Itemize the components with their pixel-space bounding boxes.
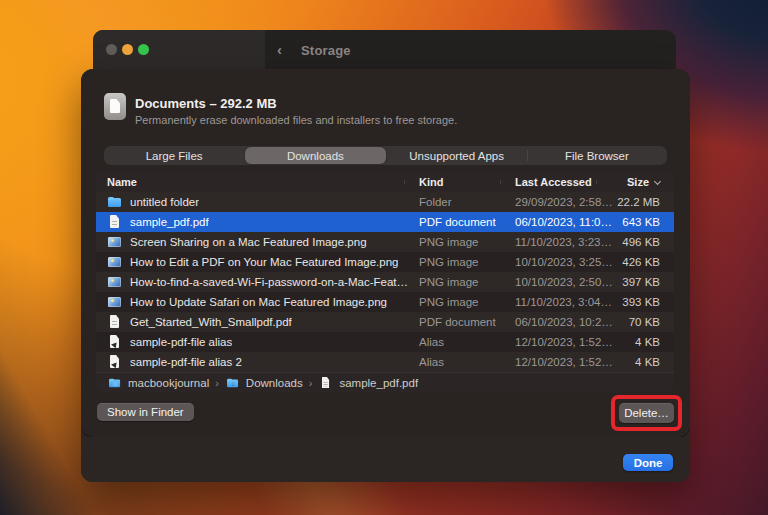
home-glyph: ⌂ bbox=[108, 379, 122, 388]
breadcrumb-separator: › bbox=[215, 377, 219, 389]
delete-button[interactable]: Delete… bbox=[619, 403, 674, 423]
png-file-icon bbox=[107, 274, 123, 290]
home-folder-icon: ⌂ bbox=[108, 376, 122, 390]
tab-bar: Large Files Downloads Unsupported Apps F… bbox=[104, 146, 667, 165]
file-kind: PNG image bbox=[408, 296, 504, 308]
table-row[interactable]: How to Edit a PDF on Your Mac Featured I… bbox=[96, 252, 674, 272]
file-name: How to Edit a PDF on Your Mac Featured I… bbox=[130, 256, 398, 268]
pdf-file-icon bbox=[107, 214, 123, 230]
alias-file-icon bbox=[107, 334, 123, 350]
breadcrumb-label: sample_pdf.pdf bbox=[339, 377, 418, 389]
pdf-file-icon bbox=[320, 376, 334, 390]
file-size: 4 KB bbox=[613, 336, 674, 348]
file-size: 496 KB bbox=[612, 236, 674, 248]
png-file-icon bbox=[107, 294, 123, 310]
table-row[interactable]: untitled folder Folder 29/09/2023, 2:58…… bbox=[96, 192, 674, 212]
file-size: 643 KB bbox=[612, 216, 674, 228]
file-kind: Folder bbox=[408, 196, 504, 208]
file-size: 70 KB bbox=[613, 316, 674, 328]
sheet-main: Documents – 292.2 MB Permanently erase d… bbox=[81, 69, 690, 437]
back-chevron-icon[interactable]: ‹ bbox=[277, 41, 282, 58]
table-row[interactable]: sample-pdf-file alias Alias 12/10/2023, … bbox=[96, 332, 674, 352]
png-file-icon bbox=[107, 254, 123, 270]
column-header-last-accessed[interactable]: Last Accessed bbox=[504, 176, 600, 188]
file-name: Screen Sharing on a Mac Featured Image.p… bbox=[130, 236, 367, 248]
file-last-accessed: 11/10/2023, 3:23… bbox=[504, 236, 612, 248]
file-name: sample-pdf-file alias bbox=[130, 336, 232, 348]
breadcrumb-separator: › bbox=[309, 377, 313, 389]
traffic-lights bbox=[106, 44, 149, 55]
zoom-icon[interactable] bbox=[138, 44, 149, 55]
sheet-title: Documents – 292.2 MB bbox=[135, 96, 277, 111]
file-kind: PNG image bbox=[408, 236, 504, 248]
file-last-accessed: 10/10/2023, 3:25… bbox=[504, 256, 613, 268]
breadcrumb-label: macbookjournal bbox=[128, 377, 209, 389]
file-table: Name Kind Last Accessed Size untitled fo… bbox=[96, 172, 674, 392]
breadcrumb-item-sample-pdf[interactable]: sample_pdf.pdf bbox=[318, 375, 418, 391]
tab-file-browser[interactable]: File Browser bbox=[527, 146, 667, 165]
file-name: sample_pdf.pdf bbox=[130, 216, 209, 228]
minimize-icon[interactable] bbox=[122, 44, 133, 55]
file-name: How to Update Safari on Mac Featured Ima… bbox=[130, 296, 387, 308]
column-header-name[interactable]: Name bbox=[96, 176, 408, 188]
window-titlebar: ‹ Storage bbox=[93, 30, 676, 70]
table-row[interactable]: Get_Started_With_Smallpdf.pdf PDF docume… bbox=[96, 312, 674, 332]
window-title: Storage bbox=[301, 43, 351, 58]
table-header: Name Kind Last Accessed Size bbox=[96, 172, 674, 192]
file-last-accessed: 29/09/2023, 2:58… bbox=[504, 196, 613, 208]
done-button[interactable]: Done bbox=[623, 454, 673, 471]
file-size: 397 KB bbox=[613, 276, 674, 288]
file-kind: Alias bbox=[408, 336, 504, 348]
file-last-accessed: 12/10/2023, 1:52… bbox=[504, 336, 613, 348]
file-kind: PNG image bbox=[408, 256, 504, 268]
column-header-kind[interactable]: Kind bbox=[408, 176, 504, 188]
file-name: sample-pdf-file alias 2 bbox=[130, 356, 242, 368]
file-last-accessed: 10/10/2023, 2:50… bbox=[504, 276, 613, 288]
png-file-icon bbox=[107, 234, 123, 250]
pdf-file-icon bbox=[107, 314, 123, 330]
size-header-label: Size bbox=[627, 176, 649, 188]
table-row[interactable]: sample-pdf-file alias 2 Alias 12/10/2023… bbox=[96, 352, 674, 372]
downloads-folder-icon: ↓ bbox=[226, 376, 240, 390]
table-row[interactable]: Screen Sharing on a Mac Featured Image.p… bbox=[96, 232, 674, 252]
tab-downloads[interactable]: Downloads bbox=[245, 147, 385, 164]
file-size: 22.2 MB bbox=[613, 196, 674, 208]
file-kind: PNG image bbox=[408, 276, 504, 288]
breadcrumb: ⌂ macbookjournal › ↓ Downloads › sample_… bbox=[96, 372, 674, 392]
file-last-accessed: 11/10/2023, 3:04… bbox=[504, 296, 612, 308]
tab-unsupported-apps[interactable]: Unsupported Apps bbox=[387, 146, 527, 165]
alias-file-icon bbox=[107, 354, 123, 370]
file-size: 4 KB bbox=[613, 356, 674, 368]
file-last-accessed: 12/10/2023, 1:52… bbox=[504, 356, 613, 368]
delete-annotation-box: Delete… bbox=[611, 395, 682, 431]
download-arrow-glyph: ↓ bbox=[226, 379, 240, 388]
table-row-selected[interactable]: sample_pdf.pdf PDF document 06/10/2023, … bbox=[96, 212, 674, 232]
file-last-accessed: 06/10/2023, 11:0… bbox=[504, 216, 612, 228]
sheet-footer: Done bbox=[81, 437, 690, 482]
file-name: untitled folder bbox=[130, 196, 199, 208]
breadcrumb-item-macbookjournal[interactable]: ⌂ macbookjournal bbox=[107, 375, 209, 391]
file-size: 426 KB bbox=[613, 256, 674, 268]
show-in-finder-button[interactable]: Show in Finder bbox=[97, 403, 194, 421]
file-kind: PDF document bbox=[408, 216, 504, 228]
table-row[interactable]: How to Update Safari on Mac Featured Ima… bbox=[96, 292, 674, 312]
file-last-accessed: 06/10/2023, 10:2… bbox=[504, 316, 613, 328]
sheet-subtitle: Permanently erase downloaded files and i… bbox=[135, 114, 457, 126]
breadcrumb-label: Downloads bbox=[246, 377, 303, 389]
file-name: Get_Started_With_Smallpdf.pdf bbox=[130, 316, 292, 328]
file-kind: Alias bbox=[408, 356, 504, 368]
file-size: 393 KB bbox=[612, 296, 674, 308]
tab-large-files[interactable]: Large Files bbox=[104, 146, 244, 165]
breadcrumb-item-downloads[interactable]: ↓ Downloads bbox=[225, 375, 303, 391]
file-kind: PDF document bbox=[408, 316, 504, 328]
documents-category-icon bbox=[104, 93, 126, 120]
table-row[interactable]: How-to-find-a-saved-Wi-Fi-password-on-a-… bbox=[96, 272, 674, 292]
close-icon[interactable] bbox=[106, 44, 117, 55]
sort-chevron-icon bbox=[654, 178, 661, 185]
titlebar-tab bbox=[93, 30, 265, 70]
storage-sheet: Documents – 292.2 MB Permanently erase d… bbox=[81, 69, 690, 482]
folder-icon bbox=[107, 194, 123, 210]
column-header-size[interactable]: Size bbox=[600, 176, 674, 188]
file-name: How-to-find-a-saved-Wi-Fi-password-on-a-… bbox=[130, 276, 408, 288]
